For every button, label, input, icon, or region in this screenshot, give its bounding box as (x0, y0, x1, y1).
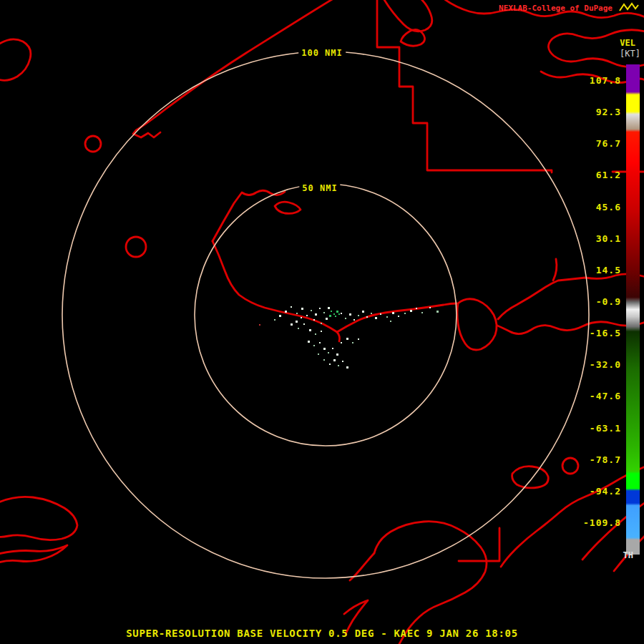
radar-echo-dot (398, 316, 399, 317)
radar-echo-dot (392, 312, 394, 314)
island-ring-small-2 (126, 237, 146, 257)
radar-echo-dot (342, 361, 343, 362)
radar-echo-dot (341, 313, 342, 314)
island-southwest-2 (0, 545, 67, 562)
coastline-central-hook (337, 332, 340, 341)
radar-echo-dot (326, 318, 328, 320)
radar-echo-dot (301, 308, 303, 310)
range-ring-50nmi (195, 184, 457, 446)
radar-echo-dot (285, 311, 287, 313)
radar-echo-dot (323, 312, 325, 313)
radar-echo-dot (371, 313, 372, 314)
island-east (457, 299, 497, 350)
radar-echo-dot (352, 342, 353, 343)
radar-echo-dot (321, 331, 322, 332)
nexlab-logo-icon (618, 2, 640, 14)
radar-echo-dot (362, 311, 364, 313)
radar-echo-dot (319, 342, 321, 343)
colorbar-unit-bracket: [KT] (620, 49, 640, 59)
radar-echo-dot (274, 319, 275, 321)
island-ring-small-3 (562, 458, 578, 474)
radar-echo-dot (416, 308, 417, 309)
range-ring-100nmi (62, 52, 589, 578)
island-southeast-small (512, 467, 549, 488)
radar-echoes (259, 306, 439, 369)
radar-echo-dot (328, 352, 329, 353)
colorbar-scale (626, 64, 640, 555)
radar-echo-dot (346, 338, 348, 340)
radar-echo-dot (332, 348, 333, 349)
coastline-northeast-1 (384, 0, 432, 31)
range-ring-label-100nmi: 100 NMI (298, 48, 346, 58)
radar-echo-dot (309, 329, 311, 331)
radar-echo-dot (335, 316, 336, 317)
radar-echo-dot (329, 315, 331, 317)
radar-echo-dot (341, 342, 342, 343)
radar-echo-dot (301, 317, 302, 318)
coastline-northeast-5 (401, 29, 425, 46)
radar-echo-dot (329, 364, 331, 365)
radar-echo-dot (338, 365, 339, 366)
island-west-top (0, 39, 31, 81)
radar-echo-dot (346, 366, 348, 369)
radar-echo-dot (345, 318, 346, 319)
radar-map-canvas (0, 0, 644, 644)
radar-echo-dot (353, 319, 355, 321)
colorbar-threshold-label: TH (623, 550, 633, 560)
radar-echo-dot (404, 313, 406, 314)
radar-echo-dot (380, 313, 381, 315)
radar-echo-dot (319, 308, 321, 309)
radar-echo-dot (311, 310, 312, 311)
radar-echo-dot (328, 307, 330, 309)
radar-echo-dot (323, 348, 326, 350)
radar-echo-dot (421, 312, 423, 313)
radar-echo-dot (303, 323, 305, 325)
radar-echo-dot (318, 353, 319, 355)
range-rings (62, 52, 589, 578)
radar-echo-dot (366, 316, 368, 318)
radar-echo-dot (338, 313, 340, 315)
radar-echo-dot (306, 315, 308, 316)
radar-echo-dot (323, 359, 325, 361)
coastline-east-spur (553, 259, 557, 280)
coastline-east-main (498, 274, 644, 319)
radar-echo-dot (375, 317, 377, 319)
radar-echo-dot (313, 319, 315, 321)
radar-echo-dot (259, 324, 260, 326)
radar-echo-dot (358, 315, 359, 316)
island-ring-small-1 (85, 136, 101, 152)
radar-echo-dot (308, 341, 310, 343)
radar-echo-dot (333, 359, 336, 361)
product-caption: SUPER-RESOLUTION BASE VELOCITY 0.5 DEG -… (0, 628, 644, 639)
radar-echo-dot (410, 310, 412, 312)
radar-echo-dot (291, 323, 293, 326)
island-southwest-1 (0, 497, 77, 540)
radar-echo-dot (291, 306, 292, 308)
radar-echo-dot (358, 338, 359, 340)
radar-echo-dot (298, 328, 299, 329)
radar-echo-dot (279, 315, 281, 317)
state-boundary-steps (377, 0, 644, 172)
colorbar-unit-label: VEL (620, 38, 635, 48)
map-boundaries (0, 0, 644, 644)
radar-echo-dot (390, 321, 391, 322)
radar-echo-dot (436, 311, 439, 313)
radar-echo-dot (315, 333, 316, 335)
radar-echo-dot (296, 321, 298, 323)
radar-echo-dot (336, 311, 338, 313)
radar-echo-dot (313, 345, 315, 346)
coastline-east-lower (497, 322, 644, 334)
radar-echo-dot (321, 323, 322, 324)
island-central-loop (275, 202, 301, 213)
radar-echo-dot (296, 313, 298, 314)
radar-echo-dot (336, 353, 338, 356)
radar-echo-dot (333, 313, 335, 315)
radar-echo-dot (429, 307, 431, 308)
radar-echo-dot (315, 313, 317, 316)
page-title: NEXLAB-College of DuPage (499, 4, 613, 13)
radar-echo-dot (349, 313, 351, 316)
range-ring-label-50nmi: 50 NMI (299, 183, 340, 193)
island-southeast (374, 522, 487, 644)
coastline-central-main (213, 241, 457, 332)
radar-echo-dot (331, 311, 332, 312)
